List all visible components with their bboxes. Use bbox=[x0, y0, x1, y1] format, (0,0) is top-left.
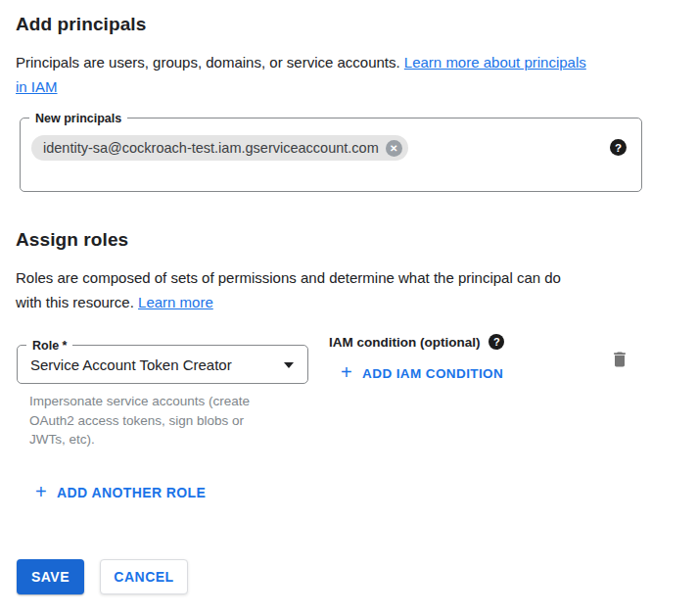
principals-description: Principals are users, groups, domains, o… bbox=[16, 50, 662, 99]
iam-condition-label: IAM condition (optional) bbox=[329, 335, 480, 350]
dropdown-arrow-icon bbox=[284, 362, 294, 368]
learn-more-roles-link[interactable]: Learn more bbox=[138, 294, 213, 310]
new-principals-field[interactable]: New principals identity-sa@cockroach-tes… bbox=[20, 118, 642, 192]
save-button[interactable]: SAVE bbox=[17, 559, 84, 594]
iam-condition-help-icon[interactable]: ? bbox=[489, 334, 504, 350]
plus-icon: + bbox=[341, 362, 352, 382]
cancel-button[interactable]: CANCEL bbox=[100, 559, 188, 594]
principal-chip-text: identity-sa@cockroach-test.iam.gservicea… bbox=[43, 140, 379, 156]
role-selected-value: Service Account Token Creator bbox=[30, 356, 232, 373]
add-iam-condition-button[interactable]: + ADD IAM CONDITION bbox=[341, 364, 503, 382]
principals-description-text: Principals are users, groups, domains, o… bbox=[16, 54, 404, 71]
assign-roles-description: Roles are composed of sets of permission… bbox=[16, 265, 662, 314]
add-iam-condition-label: ADD IAM CONDITION bbox=[362, 366, 503, 381]
plus-icon: + bbox=[35, 482, 47, 501]
new-principals-label: New principals bbox=[29, 111, 127, 126]
iam-condition-label-row: IAM condition (optional) ? bbox=[329, 334, 504, 350]
delete-role-button[interactable] bbox=[609, 349, 630, 372]
role-helper-text: Impersonate service accounts (createOAut… bbox=[29, 392, 308, 450]
trash-icon bbox=[610, 349, 629, 370]
add-another-role-label: ADD ANOTHER ROLE bbox=[57, 485, 206, 500]
principal-chip: identity-sa@cockroach-test.iam.gservicea… bbox=[31, 135, 408, 161]
chip-remove-icon[interactable]: ✕ bbox=[386, 140, 402, 157]
add-principals-dialog: Add principals Principals are users, gro… bbox=[0, 0, 698, 616]
add-another-role-button[interactable]: + ADD ANOTHER ROLE bbox=[35, 484, 206, 501]
new-principals-help-icon[interactable]: ? bbox=[610, 139, 627, 156]
assign-roles-description-text: Roles are composed of sets of permission… bbox=[16, 269, 561, 310]
role-select[interactable]: Role * Service Account Token Creator bbox=[17, 345, 308, 384]
page-title: Add principals bbox=[16, 14, 146, 35]
role-label: Role * bbox=[26, 338, 72, 354]
assign-roles-title: Assign roles bbox=[16, 229, 128, 251]
